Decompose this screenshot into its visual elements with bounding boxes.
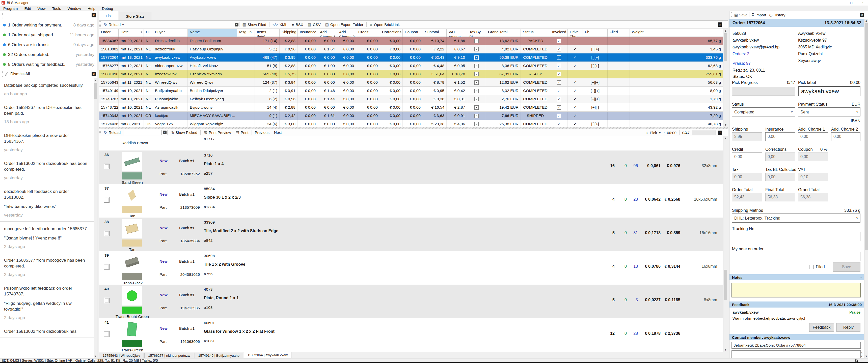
tax-field[interactable]: 0,00 (732, 173, 762, 181)
close-icon[interactable]: × (92, 72, 96, 76)
notification-summary-item[interactable]: 1 Order waiting for payment. 8 days ago (0, 20, 97, 30)
column-header-weight[interactable]: Weight (630, 29, 723, 37)
close-icon[interactable]: × (860, 13, 864, 17)
feed-item[interactable]: mocogove left feedback on order 15685377… (0, 222, 94, 253)
part-row-41[interactable]: 41 Trans-Green New Part Batch #1 1910630… (99, 318, 723, 352)
order-panel-scrollbar[interactable]: ▲ ▼ (864, 19, 868, 358)
order-row-15001496[interactable]: 15001496mrt 12, 2021NLhzedzgwutwHzehicva… (99, 70, 723, 78)
shipping-method-select[interactable]: DHL; Letterbox, Tracking˅ (732, 213, 861, 223)
tab-store-stats[interactable]: Store Stats (119, 12, 151, 21)
invoiced-checkbox[interactable]: ✓ (557, 80, 561, 85)
column-header-grand_total[interactable]: Grand Total (486, 29, 521, 37)
export-bsx-button[interactable]: ● BSX (290, 23, 306, 27)
column-header-status[interactable]: Status (521, 29, 550, 37)
show-filed-button[interactable]: ▥ Show Filed (240, 23, 269, 27)
part-checkbox[interactable] (104, 298, 110, 303)
column-header-vat[interactable]: VATAmount (446, 29, 467, 37)
column-header-subtotal[interactable]: Subtotal (423, 29, 446, 37)
drag-grip[interactable] (731, 12, 732, 18)
add-charge-2-field[interactable]: 0,00 (831, 132, 861, 141)
history-button[interactable]: History (774, 13, 785, 17)
part-checkbox[interactable] (104, 164, 110, 169)
tax-by-bl-checkbox[interactable]: × (474, 56, 479, 60)
feed-scrollbar[interactable]: ▲ ▼ (94, 78, 97, 358)
menu-tools[interactable]: Tools (49, 5, 64, 11)
column-header-corrections[interactable]: Corrections (380, 29, 403, 37)
feed-item[interactable]: Order 15834367 from DHHozdexikin has bee… (0, 100, 94, 128)
invoiced-checkbox[interactable]: ✓ (557, 47, 561, 52)
part-checkbox[interactable] (104, 331, 110, 337)
order-row-15772064[interactable]: 15772064mrt 13, 2021NLawykaab.vxewAwykaa… (99, 54, 723, 62)
dismiss-all-button[interactable]: Dismiss All (10, 72, 30, 76)
part-checkbox[interactable] (104, 231, 110, 236)
tax-by-bl-checkbox[interactable]: × (474, 122, 479, 126)
order-row-15743722[interactable]: 15743722mrt 10, 2021NLAsruigmcavlkEyjup … (99, 103, 723, 112)
invoiced-checkbox[interactable]: ✓ (557, 56, 561, 60)
order-row-15749149[interactable]: 15749149mrt 10, 2021NLButfjzuimyuahbBusi… (99, 87, 723, 95)
next-button[interactable]: Next (272, 130, 284, 135)
part-row-37[interactable]: 37 Tan New Part Batch #1 213573009 85984… (99, 184, 723, 218)
notification-summary-item[interactable]: 1 Order not yet shipped. 11 hours ago (0, 30, 97, 40)
drag-grip[interactable] (2, 71, 3, 77)
pane-splitter[interactable] (99, 127, 728, 129)
notification-summary-item[interactable]: 6 Orders are in transit. 9 days ago (0, 40, 97, 50)
tax-by-bl-checkbox[interactable]: × (474, 114, 479, 118)
invoiced-checkbox[interactable]: ✓ (557, 39, 561, 43)
print-button[interactable]: ▤ Print (233, 130, 251, 135)
part-row-40[interactable]: 40 Trans-Bright Green New Part Batch #1 … (99, 285, 723, 318)
payment-status-select[interactable]: Sent˅ (798, 107, 861, 117)
credit-field[interactable]: 0,00 (732, 153, 762, 161)
import-button[interactable]: Import (755, 13, 766, 17)
tax-by-bl-checkbox[interactable]: × (474, 72, 479, 76)
export-csv-button[interactable]: ▦ CSV (306, 23, 323, 27)
corrections-field[interactable]: 0,00 (765, 153, 795, 161)
notification-summary-item[interactable]: 32 Orders completed. yesterday (0, 50, 97, 60)
insurance-field[interactable]: 0,00 (765, 132, 795, 141)
column-header-name[interactable]: Name (188, 29, 237, 37)
feed-item[interactable]: deziobfrouk left feedback on order 15813… (0, 184, 94, 222)
order-row-15755643[interactable]: 15755643mrt 11, 2021NLWirreedQiwvWirreed… (99, 78, 723, 87)
menu-view[interactable]: View (34, 5, 49, 11)
menu-edit[interactable]: Edit (21, 5, 34, 11)
export-xml-button[interactable]: </> XML (270, 23, 290, 27)
invoiced-checkbox[interactable]: ✓ (557, 89, 561, 93)
menu-debug[interactable]: Debug (99, 5, 116, 11)
column-header-cc[interactable]: CC (144, 29, 153, 37)
contact-message-textarea[interactable] (732, 351, 861, 358)
minimize-button[interactable]: – (835, 0, 846, 5)
feed-item[interactable]: Order 15813002 from deziobfrouk has been… (0, 156, 94, 184)
part-row-38[interactable]: 38 Tan New Part Batch #1 186435884 33909… (99, 218, 723, 251)
filed-checkbox[interactable] (809, 265, 813, 269)
column-header-add1[interactable]: Add.Charge 1 (318, 29, 337, 37)
contact-subject-input[interactable]: Jebamxeqk ZbabsConx Oxfaj #75778804 (732, 342, 861, 349)
clear-search-icon[interactable]: × (163, 131, 166, 134)
order-tab-15766277[interactable]: 15766277 | nidneanpertuzw (144, 353, 194, 358)
feed-item[interactable]: DHHozdexikin placed a new order 15834367… (0, 128, 94, 156)
close-icon[interactable]: × (718, 131, 722, 135)
coupon-field[interactable]: 0,00 (798, 153, 828, 161)
column-header-buyer[interactable]: Buyer (153, 29, 188, 37)
column-header-drive[interactable]: DriveThru (568, 29, 583, 37)
close-button[interactable]: × (857, 0, 868, 5)
invoiced-checkbox[interactable]: ✓ (557, 105, 561, 110)
column-header-coupon[interactable]: Coupon (403, 29, 423, 37)
column-header-order[interactable]: Order (99, 29, 119, 37)
column-header-msg_in[interactable]: Msg. In (237, 29, 255, 37)
order-tab-15772064[interactable]: 15772064 | awykaab.vxew (244, 352, 291, 358)
close-icon[interactable]: × (92, 13, 96, 18)
invoiced-checkbox[interactable]: ✓ (557, 64, 561, 68)
feed-item[interactable]: Pusonnjwkbo left feedback on order 15743… (0, 281, 94, 324)
menu-program[interactable]: Program (0, 5, 21, 11)
parts-search-input[interactable] (124, 130, 162, 135)
column-header-insurance[interactable]: Insurance (298, 29, 318, 37)
previous-button[interactable]: Previous (253, 130, 272, 135)
drag-grip[interactable] (99, 22, 101, 28)
menu-window[interactable]: Window (64, 5, 84, 11)
column-header-add2[interactable]: Add.Charge 2 (337, 29, 356, 37)
part-checkbox[interactable] (104, 264, 110, 270)
drag-grip[interactable] (2, 12, 3, 19)
reply-button[interactable]: Reply (836, 323, 861, 332)
column-header-shipping[interactable]: Shipping (280, 29, 298, 37)
invoiced-checkbox[interactable]: ✓ (557, 97, 561, 101)
close-icon[interactable]: × (718, 23, 722, 27)
